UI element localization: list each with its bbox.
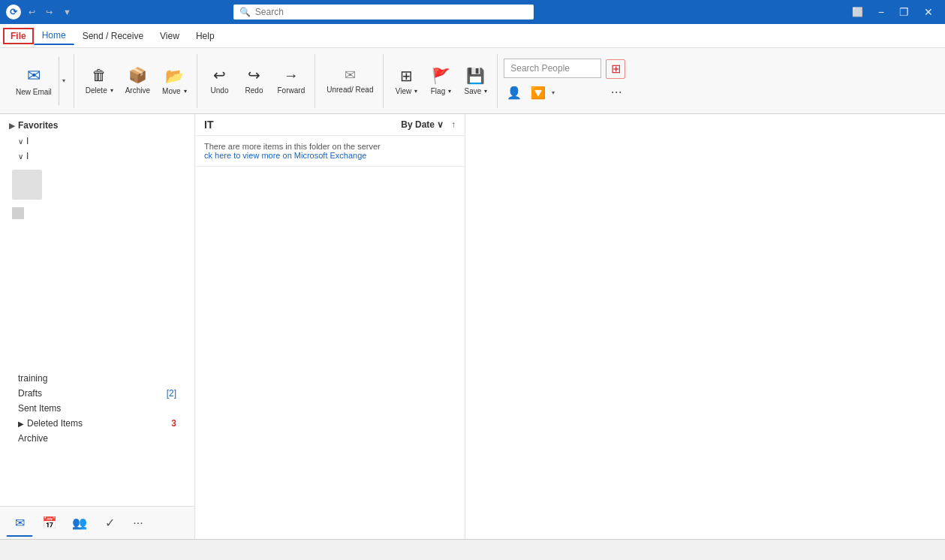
ribbon-view-group: ⊞ View ▾ 🚩 Flag ▾ 💾 Save ▾ [385, 54, 498, 108]
server-link[interactable]: ck here to view more on Microsoft Exchan… [204, 151, 366, 160]
save-label: Save [464, 87, 481, 95]
sort-button[interactable]: By Date ∨ [401, 119, 444, 130]
save-dropdown[interactable]: ▾ [484, 88, 487, 95]
main-layout: ▶ Favorites ∨ I ∨ I train [0, 114, 945, 539]
calendar-nav-btn[interactable]: 📅 [36, 510, 63, 537]
ribbon-nav-group: ↩ Undo ↪ Redo → Forward [199, 54, 316, 108]
new-email-label: New Email [16, 88, 52, 96]
save-button[interactable]: 💾 Save ▾ [459, 56, 492, 106]
new-email-button[interactable]: ✉ New Email [9, 56, 59, 106]
menu-view[interactable]: View [152, 27, 188, 45]
archive-button[interactable]: 📦 Archive [120, 56, 155, 106]
sidebar-item-archive[interactable]: Archive [0, 431, 194, 446]
menu-file[interactable]: File [3, 28, 34, 44]
title-search-box[interactable]: 🔍 [233, 5, 534, 20]
sort-direction[interactable]: ↑ [451, 119, 456, 130]
search-people-input[interactable]: Search People [504, 59, 601, 78]
title-bar-left: ⟳ ↩ ↪ ▼ [6, 5, 74, 20]
flag-icon: 🚩 [432, 67, 450, 85]
unread-read-label: Unread/ Read [327, 86, 373, 95]
view-button[interactable]: ⊞ View ▾ [390, 56, 423, 106]
deleted-badge: 3 [171, 418, 176, 429]
title-search-input[interactable] [255, 7, 528, 17]
sidebar-bottom-nav: ✉ 📅 👥 ✓ ··· [0, 506, 194, 539]
training-label: training [18, 373, 176, 384]
customize-title-btn[interactable]: ▼ [60, 6, 74, 18]
delete-row: Delete ▾ [86, 86, 113, 95]
item1-label: I [26, 136, 176, 146]
view-dropdown[interactable]: ▾ [414, 88, 417, 95]
sidebar-item-sent[interactable]: Sent Items [0, 401, 194, 416]
window-controls: ⬜ − ❐ ✕ [846, 5, 939, 20]
forward-icon: → [284, 67, 299, 84]
outlook-icon: ⟳ [6, 5, 21, 20]
ribbon-people-group: Search People 👤 🔽 ▾ ⊞ ··· [499, 54, 631, 108]
address-book-button[interactable]: 👤 [504, 83, 525, 104]
undo-label: Undo [211, 86, 229, 95]
sent-label: Sent Items [18, 403, 176, 414]
folder-name: IT [204, 119, 213, 131]
nav-more-btn[interactable]: ··· [126, 511, 150, 535]
new-email-dropdown[interactable]: ▾ [59, 56, 69, 106]
server-notice-text: There are more items in this folder on t… [204, 142, 381, 151]
email-list-header: IT By Date ∨ ↑ [195, 114, 465, 136]
delete-button[interactable]: 🗑 Delete ▾ [80, 56, 119, 106]
sort-label: By Date [401, 119, 435, 130]
todo-bar-button[interactable]: ⊞ [606, 59, 625, 79]
unread-read-button[interactable]: ✉ Unread/ Read [321, 56, 378, 106]
drafts-label: Drafts [18, 388, 167, 399]
delete-icon: 🗑 [92, 67, 107, 84]
move-button[interactable]: 📂 Move ▾ [157, 56, 191, 106]
restore-btn[interactable]: ❐ [893, 5, 915, 20]
move-icon: 📂 [165, 67, 184, 85]
sidebar-content: ▶ Favorites ∨ I ∨ I train [0, 114, 194, 506]
more-options-button[interactable]: ··· [606, 82, 627, 103]
redo-icon: ↪ [248, 66, 260, 84]
flag-dropdown[interactable]: ▾ [448, 88, 451, 95]
sort-chevron: ∨ [437, 119, 444, 130]
view-icon: ⊞ [400, 67, 413, 85]
sidebar-item-1[interactable]: ∨ I [0, 134, 194, 149]
favorites-label: Favorites [18, 120, 58, 131]
sidebar-placeholder-2 [12, 207, 24, 219]
view-label: View [396, 87, 412, 95]
menu-help[interactable]: Help [188, 27, 223, 45]
move-dropdown[interactable]: ▾ [184, 88, 187, 95]
filter-dropdown[interactable]: ▾ [552, 89, 555, 96]
flag-button[interactable]: 🚩 Flag ▾ [424, 56, 457, 106]
people-nav-btn[interactable]: 👥 [66, 510, 93, 537]
delete-dropdown[interactable]: ▾ [110, 87, 113, 94]
minimize-window-btn[interactable]: − [872, 5, 890, 20]
sidebar-item-drafts[interactable]: Drafts [2] [0, 386, 194, 401]
undo-button[interactable]: ↩ Undo [203, 56, 236, 106]
sidebar-item-training[interactable]: training [0, 371, 194, 386]
server-notice: There are more items in this folder on t… [195, 136, 465, 167]
sidebar-placeholder-1 [12, 170, 42, 200]
ribbon-delete-group: 🗑 Delete ▾ 📦 Archive 📂 Move ▾ [76, 54, 197, 108]
undo-title-btn[interactable]: ↩ [26, 6, 38, 19]
mail-nav-btn[interactable]: ✉ [6, 510, 33, 537]
tasks-nav-btn[interactable]: ✓ [96, 510, 123, 537]
delete-label: Delete [86, 86, 107, 95]
redo-title-btn[interactable]: ↪ [43, 6, 56, 19]
close-window-btn[interactable]: ✕ [918, 5, 939, 20]
forward-label: Forward [278, 86, 305, 95]
ribbon: ✉ New Email ▾ 🗑 Delete ▾ 📦 Archive 📂 Mov… [0, 48, 945, 114]
filter-button[interactable]: 🔽 [528, 83, 549, 104]
ribbon-new-group: ✉ New Email ▾ [5, 54, 74, 108]
sidebar-item-deleted[interactable]: ▶ Deleted Items 3 [0, 416, 194, 431]
favorites-chevron: ▶ [9, 122, 15, 130]
menu-send-receive[interactable]: Send / Receive [74, 27, 152, 45]
menu-home[interactable]: Home [34, 26, 74, 45]
redo-button[interactable]: ↪ Redo [238, 56, 271, 106]
item1-chevron: ∨ [18, 137, 23, 146]
restore-window-btn[interactable]: ⬜ [846, 5, 869, 19]
sidebar-item-2[interactable]: ∨ I [0, 149, 194, 164]
item2-chevron: ∨ [18, 152, 23, 161]
new-email-icon: ✉ [27, 66, 41, 86]
new-email-btn-group: ✉ New Email ▾ [9, 56, 69, 106]
search-icon: 🔍 [239, 7, 251, 17]
favorites-header[interactable]: ▶ Favorites [0, 117, 194, 134]
forward-button[interactable]: → Forward [272, 56, 311, 106]
archive-folder-label: Archive [18, 433, 176, 444]
